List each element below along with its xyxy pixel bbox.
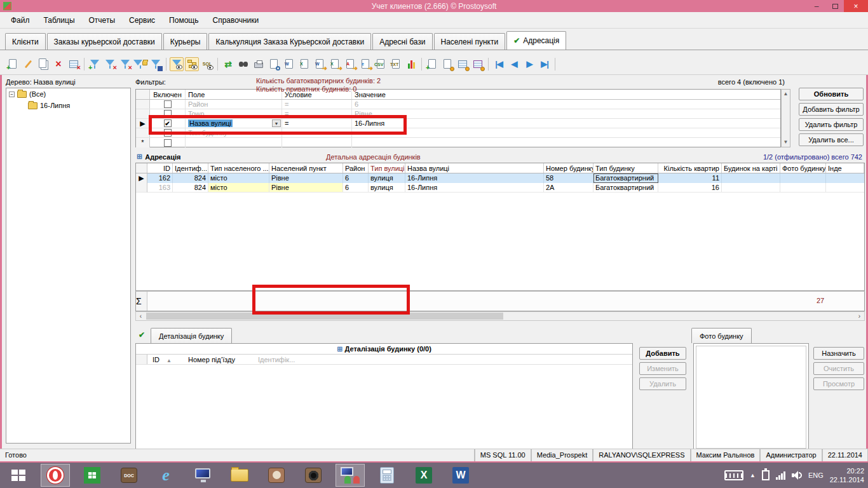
focused-cell[interactable]: Багатоквартирний <box>593 173 658 183</box>
col-index[interactable]: Інде <box>826 163 864 173</box>
view-photo-button[interactable]: Просмотр <box>813 377 864 390</box>
tab-courier-orders[interactable]: Заказы курьерской доставки <box>47 33 162 50</box>
export-word-icon[interactable]: W <box>282 57 296 71</box>
refresh-icon[interactable]: ⇄ <box>221 57 235 71</box>
add-button[interactable]: Добавить <box>639 347 686 360</box>
maximize-button[interactable] <box>826 0 844 12</box>
add-filter-button[interactable]: Добавить фильтр <box>799 103 864 116</box>
export-pdf-icon[interactable]: A➜ <box>343 57 357 71</box>
refresh-button[interactable]: Обновить <box>799 88 864 100</box>
grid-row[interactable]: 163 824 місто Рівне 6 вулиця 16-Липня 2А… <box>136 183 864 193</box>
filter-row-district[interactable]: Район = 6 <box>136 100 780 109</box>
col-house-photo[interactable]: Фото будинку <box>780 163 826 173</box>
scroll-right-icon[interactable]: › <box>855 312 864 320</box>
combo-dropdown-icon[interactable]: ▼ <box>272 119 281 127</box>
chart-icon[interactable] <box>404 57 418 71</box>
assign-photo-button[interactable]: Назначить <box>813 347 864 360</box>
filter-row-town[interactable]: Town = Рівне <box>136 109 780 119</box>
checkbox-unchecked[interactable] <box>164 129 172 137</box>
language-indicator[interactable]: ENG <box>808 471 824 479</box>
taskbar-store[interactable] <box>78 464 107 487</box>
scroll-down-icon[interactable]: ▼ <box>782 138 790 147</box>
taskbar-excel[interactable]: X <box>409 464 438 487</box>
volume-icon[interactable] <box>792 471 802 480</box>
menu-file[interactable]: Файл <box>4 13 37 27</box>
scroll-left-icon[interactable]: ‹ <box>136 312 146 320</box>
tree-node-all[interactable]: − (Все) <box>6 88 130 100</box>
horizontal-scrollbar[interactable]: ‹ › <box>135 311 865 321</box>
export-excel-icon[interactable]: X <box>297 57 311 71</box>
taskbar-computer[interactable] <box>188 464 217 487</box>
nav-last-icon[interactable]: ▶| <box>538 57 552 71</box>
open-filter-icon[interactable] <box>133 57 147 71</box>
checkbox-unchecked[interactable] <box>164 139 172 147</box>
edit-record-icon[interactable] <box>21 57 35 71</box>
add-filter-icon[interactable]: + <box>88 57 102 71</box>
open-in-word-icon[interactable]: W➜ <box>313 57 327 71</box>
tab-house-detail[interactable]: Деталізація будинку <box>151 328 232 343</box>
tab-settlements[interactable]: Населені пункти <box>434 33 506 50</box>
export-csv-icon[interactable]: CSV <box>374 57 388 71</box>
show-hidden-icons[interactable]: ▲ <box>750 472 756 478</box>
export-html-icon[interactable]: e➜ <box>358 57 372 71</box>
col-identifier[interactable]: Ідентиф... ▼ <box>173 163 208 173</box>
menu-service[interactable]: Сервис <box>122 13 162 27</box>
minimize-button[interactable]: – <box>807 0 826 12</box>
delete-table-records-icon[interactable]: × <box>67 57 81 71</box>
delete-filter-icon[interactable]: × <box>103 57 117 71</box>
clear-filters-icon[interactable]: × <box>118 57 132 71</box>
tab-house-photo[interactable]: Фото будинку <box>691 328 752 343</box>
taskbar-word[interactable]: W <box>446 464 475 487</box>
filter-new-row[interactable]: * <box>136 138 780 147</box>
taskbar-internet-explorer[interactable]: e <box>151 464 180 487</box>
taskbar-doc-viewer[interactable]: DOC <box>114 464 144 487</box>
table-settings-icon[interactable] <box>471 57 485 71</box>
col-street-type[interactable]: Тип вулиці <box>369 163 405 173</box>
nav-prev-icon[interactable]: ◀ <box>507 57 521 71</box>
nav-next-icon[interactable]: ▶ <box>522 57 536 71</box>
checkbox-unchecked[interactable] <box>164 110 172 118</box>
checkbox-unchecked[interactable] <box>164 100 172 108</box>
taskbar-opera[interactable] <box>41 464 70 487</box>
tab-address-bases[interactable]: Адресні бази <box>372 33 432 50</box>
taskbar-file-explorer[interactable] <box>225 464 254 487</box>
tab-addressing[interactable]: ✔Адресація <box>506 31 566 50</box>
taskbar-photo-app[interactable] <box>262 464 291 487</box>
col-house-on-map[interactable]: Будинок на карті <box>722 163 780 173</box>
detail-col-entrance[interactable]: Номер під’їзду <box>186 355 255 364</box>
clock[interactable]: 20:22 22.11.2014 <box>830 466 864 484</box>
menu-reports[interactable]: Отчеты <box>82 13 122 27</box>
edit-button[interactable]: Изменить <box>639 362 686 375</box>
col-apartments[interactable]: Кількість квартир <box>658 163 722 173</box>
battery-icon[interactable] <box>762 470 770 480</box>
delete-record-icon[interactable]: × <box>51 57 65 71</box>
scroll-up-icon[interactable]: ▲ <box>782 90 790 98</box>
touch-keyboard-icon[interactable] <box>724 470 743 480</box>
print-icon[interactable] <box>252 57 266 71</box>
detail-col-identifier[interactable]: Ідентифік... <box>255 355 306 364</box>
menu-help[interactable]: Помощь <box>162 13 205 27</box>
grid-settings-icon[interactable] <box>456 57 470 71</box>
record-settings-icon[interactable] <box>440 57 454 71</box>
network-signal-icon[interactable] <box>776 471 785 480</box>
col-settlement-type[interactable]: Тип населеного ... <box>208 163 269 173</box>
print-preview-icon[interactable] <box>267 57 281 71</box>
close-button[interactable]: × <box>844 0 868 12</box>
show-sql-icon[interactable]: SQL <box>200 57 214 71</box>
taskbar-media-player[interactable] <box>299 464 328 487</box>
search-icon[interactable] <box>236 57 250 71</box>
col-settlement[interactable]: Населений пункт <box>269 163 343 173</box>
filter-row-street[interactable]: ▶ ✔ Назва вулиці▼ = 16-Липня <box>136 119 780 128</box>
save-filter-icon[interactable] <box>149 57 163 71</box>
delete-button[interactable]: Удалить <box>639 377 686 390</box>
scrollbar-thumb[interactable] <box>146 313 503 320</box>
delete-all-filters-button[interactable]: Удалить все... <box>799 133 864 146</box>
taskbar-client-app[interactable] <box>336 464 365 487</box>
tab-couriers[interactable]: Курьеры <box>163 33 208 50</box>
col-street[interactable]: Назва вулиці <box>405 163 544 173</box>
filter-row-house-type[interactable]: Тип будинку = <box>136 128 780 138</box>
detail-col-id[interactable]: ID ▲ <box>147 355 186 364</box>
col-house-number[interactable]: Номер будинку <box>544 163 593 173</box>
add-record-icon[interactable]: + <box>6 57 20 71</box>
filter-scrollbar[interactable]: ▲ ▼ <box>781 89 790 147</box>
